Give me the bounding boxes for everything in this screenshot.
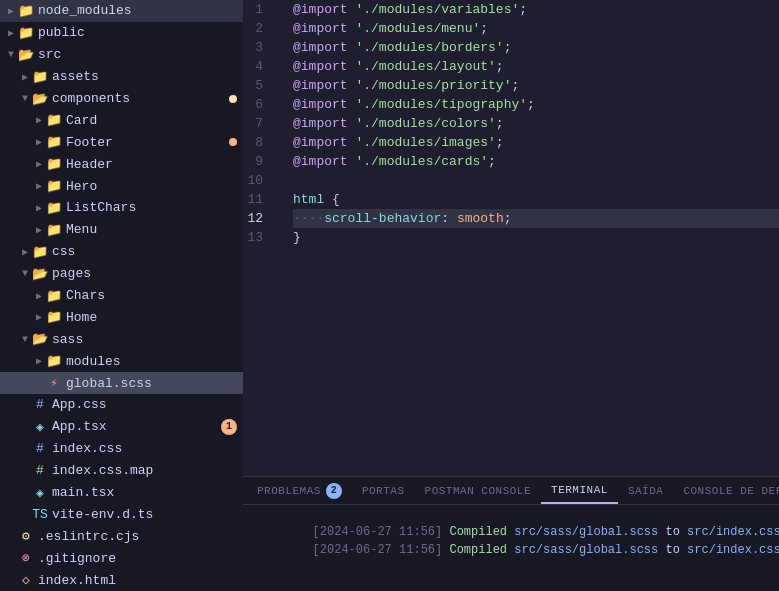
- tab-label: PORTAS: [362, 485, 405, 497]
- terminal-tabs-bar: PROBLEMAS 2 PORTAS POSTMAN CONSOLE TERMI…: [243, 477, 779, 505]
- sidebar-item-label: global.scss: [66, 376, 243, 391]
- sidebar-item-label: components: [52, 91, 229, 106]
- bracket: [: [313, 543, 320, 557]
- bracket: ]: [435, 543, 442, 557]
- tsx-file-icon: ◈: [32, 419, 48, 435]
- tsx-file-icon: ◈: [32, 485, 48, 501]
- sidebar-item-main-tsx[interactable]: ▶ ◈ main.tsx: [0, 482, 243, 504]
- line-num-1: 1: [243, 0, 273, 19]
- sidebar-item-Menu[interactable]: ▶ 📁 Menu: [0, 219, 243, 241]
- chevron-right-icon: ▶: [32, 224, 46, 236]
- sidebar-item-public[interactable]: ▶ 📁 public: [0, 22, 243, 44]
- folder-open-icon: 📂: [18, 47, 34, 63]
- eslint-file-icon: ⚙: [18, 528, 34, 544]
- map-file-icon: #: [32, 463, 48, 478]
- sidebar-item-label: sass: [52, 332, 243, 347]
- sidebar-item-global-scss[interactable]: ▶ ⚡ global.scss: [0, 372, 243, 394]
- sidebar-item-Footer[interactable]: ▶ 📁 Footer: [0, 131, 243, 153]
- sidebar-item-Card[interactable]: ▶ 📁 Card: [0, 109, 243, 131]
- folder-open-icon: 📂: [32, 91, 48, 107]
- code-line-11: html {: [293, 190, 779, 209]
- sidebar-item-App-tsx[interactable]: ▶ ◈ App.tsx 1: [0, 416, 243, 438]
- tab-postman-console[interactable]: POSTMAN CONSOLE: [415, 477, 542, 504]
- sass-file-icon: ⚡: [46, 375, 62, 391]
- sidebar-item-assets[interactable]: ▶ 📁 assets: [0, 66, 243, 88]
- chevron-right-icon: ▶: [18, 71, 32, 83]
- line-num-3: 3: [243, 38, 273, 57]
- line-num-9: 9: [243, 152, 273, 171]
- tab-portas[interactable]: PORTAS: [352, 477, 415, 504]
- sidebar-item-vite-env[interactable]: ▶ TS vite-env.d.ts: [0, 503, 243, 525]
- sidebar-item-label: modules: [66, 354, 243, 369]
- css-file-icon: #: [32, 397, 48, 412]
- html-file-icon: ◇: [18, 572, 34, 588]
- line-num-4: 4: [243, 57, 273, 76]
- chevron-right-icon: ▶: [18, 246, 32, 258]
- sidebar-item-Home[interactable]: ▶ 📁 Home: [0, 306, 243, 328]
- sidebar-item-src[interactable]: ▼ 📂 src: [0, 44, 243, 66]
- sidebar-item-Chars[interactable]: ▶ 📁 Chars: [0, 285, 243, 307]
- folder-icon: 📁: [46, 178, 62, 194]
- chevron-down-icon: ▼: [18, 334, 32, 345]
- code-editor[interactable]: 1 2 3 4 5 6 7 8 9 10 11 12 13 @import '.…: [243, 0, 779, 476]
- sidebar-item-Header[interactable]: ▶ 📁 Header: [0, 153, 243, 175]
- sidebar-item-label: .gitignore: [38, 551, 243, 566]
- sidebar-item-eslintrc[interactable]: ▶ ⚙ .eslintrc.cjs: [0, 525, 243, 547]
- sidebar-item-label: assets: [52, 69, 243, 84]
- code-line-1: @import './modules/variables';: [293, 0, 779, 19]
- folder-icon: 📁: [46, 134, 62, 150]
- sidebar-item-label: index.css.map: [52, 463, 243, 478]
- editor-area: 1 2 3 4 5 6 7 8 9 10 11 12 13 @import '.…: [243, 0, 779, 591]
- tab-saida[interactable]: SAÍDA: [618, 477, 674, 504]
- sidebar-item-css[interactable]: ▶ 📁 css: [0, 241, 243, 263]
- sidebar-item-Hero[interactable]: ▶ 📁 Hero: [0, 175, 243, 197]
- sidebar-item-pages[interactable]: ▼ 📂 pages: [0, 263, 243, 285]
- tab-console-def[interactable]: CONSOLE DE DEF: [673, 477, 779, 504]
- sidebar-item-modules[interactable]: ▶ 📁 modules: [0, 350, 243, 372]
- sidebar-item-label: public: [38, 25, 243, 40]
- sidebar-item-ListChars[interactable]: ▶ 📁 ListChars: [0, 197, 243, 219]
- compiled-label: Compiled: [449, 543, 507, 557]
- line-num-5: 5: [243, 76, 273, 95]
- code-line-13: }: [293, 228, 779, 247]
- terminal-content[interactable]: [2024-06-27 11:56] Compiled src/sass/glo…: [243, 505, 779, 591]
- file-explorer: ▶ 📁 node_modules ▶ 📁 public ▼ 📂 src ▶ 📁 …: [0, 0, 243, 591]
- sidebar-item-index-html[interactable]: ▶ ◇ index.html: [0, 569, 243, 591]
- sidebar-item-gitignore[interactable]: ▶ ⊗ .gitignore: [0, 547, 243, 569]
- sidebar-item-node_modules[interactable]: ▶ 📁 node_modules: [0, 0, 243, 22]
- code-line-4: @import './modules/layout';: [293, 57, 779, 76]
- folder-icon: 📁: [46, 309, 62, 325]
- sidebar-item-label: App.css: [52, 397, 243, 412]
- sidebar-item-index-css-map[interactable]: ▶ # index.css.map: [0, 460, 243, 482]
- line-num-12: 12: [243, 209, 273, 228]
- line-num-7: 7: [243, 114, 273, 133]
- folder-icon: 📁: [18, 3, 34, 19]
- tab-label: SAÍDA: [628, 485, 664, 497]
- code-line-9: @import './modules/cards';: [293, 152, 779, 171]
- problems-badge: 2: [326, 483, 342, 499]
- sidebar-item-index-css[interactable]: ▶ # index.css: [0, 438, 243, 460]
- code-content[interactable]: @import './modules/variables'; @import '…: [283, 0, 779, 476]
- code-line-10: [293, 171, 779, 190]
- folder-open-icon: 📂: [32, 266, 48, 282]
- chevron-down-icon: ▼: [18, 268, 32, 279]
- tab-terminal[interactable]: TERMINAL: [541, 477, 618, 504]
- sidebar-item-components[interactable]: ▼ 📂 components: [0, 88, 243, 110]
- tab-problemas[interactable]: PROBLEMAS 2: [247, 477, 352, 504]
- terminal-line-1: [2024-06-27 11:56] Compiled src/sass/glo…: [255, 511, 779, 529]
- line-num-13: 13: [243, 228, 273, 247]
- sidebar-item-label: Header: [66, 157, 243, 172]
- line-num-10: 10: [243, 171, 273, 190]
- sidebar-item-App-css[interactable]: ▶ # App.css: [0, 394, 243, 416]
- sidebar-item-sass[interactable]: ▼ 📂 sass: [0, 328, 243, 350]
- chevron-right-icon: ▶: [32, 114, 46, 126]
- sidebar-item-label: Card: [66, 113, 243, 128]
- sidebar-item-label: css: [52, 244, 243, 259]
- code-line-12: ····scroll-behavior: smooth;: [293, 209, 779, 228]
- code-line-7: @import './modules/colors';: [293, 114, 779, 133]
- folder-icon: 📁: [32, 244, 48, 260]
- code-line-3: @import './modules/borders';: [293, 38, 779, 57]
- sidebar-item-label: index.css: [52, 441, 243, 456]
- source-path: src/sass/global.scss: [514, 543, 658, 557]
- bracket: [: [313, 525, 320, 539]
